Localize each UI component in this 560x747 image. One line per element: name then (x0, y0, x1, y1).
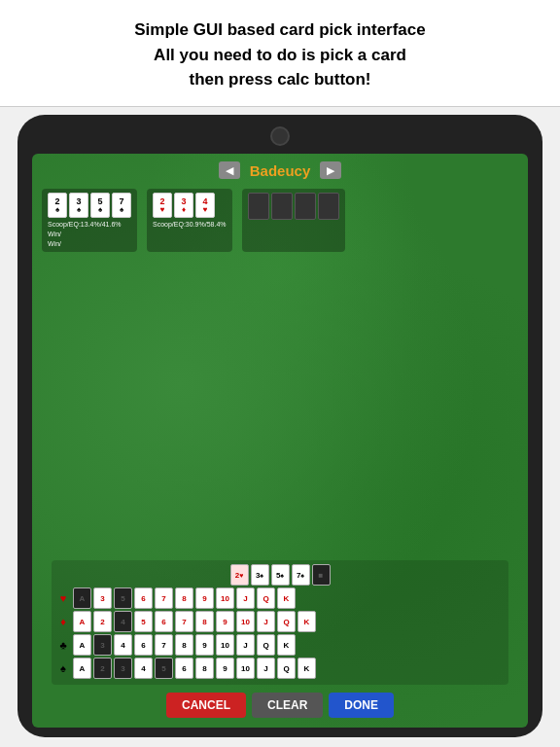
diamonds-5[interactable]: 5 (134, 611, 153, 632)
spades-2[interactable]: 2 (93, 658, 112, 679)
game-header: ◀ Badeucy ▶ (32, 161, 528, 179)
picker-row-clubs: ♣ A 3 4 6 7 8 9 10 J Q K (55, 634, 505, 656)
hearts-J[interactable]: J (236, 587, 255, 609)
player2-cards: 2♥ 3♦ 4♥ (153, 193, 227, 218)
hearts-8[interactable]: 8 (175, 587, 193, 609)
spades-3[interactable]: 3 (114, 658, 132, 679)
diamonds-7[interactable]: 7 (175, 611, 193, 632)
hearts-Q[interactable]: Q (257, 587, 275, 609)
hearts-suit-label: ♥ (55, 587, 71, 609)
picker-row-diamonds: ♦ A 2 4 5 6 7 8 9 10 J Q K (55, 611, 505, 632)
app-header: Simple GUI based card pick interface All… (0, 0, 560, 107)
clubs-7[interactable]: 7 (155, 634, 173, 656)
header-line2: All you need to do is pick a card (154, 46, 406, 64)
p2-card-3[interactable]: 4♥ (195, 193, 215, 218)
header-line1: Simple GUI based card pick interface (134, 20, 426, 39)
diamonds-4[interactable]: 4 (114, 611, 132, 632)
p2-card-1[interactable]: 2♥ (153, 193, 172, 218)
hearts-9[interactable]: 9 (195, 587, 214, 609)
top-card-1[interactable]: 2♥ (230, 564, 249, 586)
diamonds-10[interactable]: 10 (236, 611, 255, 632)
game-screen: ◀ Badeucy ▶ 2♠ 3♠ 5♠ 7♠ Scoop/EQ:13.4%/4… (32, 154, 528, 728)
clubs-9[interactable]: 9 (195, 634, 214, 656)
p1-card-2[interactable]: 3♠ (69, 193, 88, 218)
p3-card-back-1 (248, 193, 269, 220)
player1-cards: 2♠ 3♠ 5♠ 7♠ (48, 193, 131, 218)
clubs-J[interactable]: J (236, 634, 255, 656)
picker-row-hearts: ♥ A 3 5 6 7 8 9 10 J Q K (55, 587, 505, 609)
clubs-3[interactable]: 3 (93, 634, 112, 656)
diamonds-Q[interactable]: Q (277, 611, 296, 632)
top-card-5[interactable]: ■ (312, 564, 331, 586)
tablet-camera (270, 126, 290, 146)
diamonds-K[interactable]: K (298, 611, 316, 632)
game-title: Badeucy (250, 162, 311, 179)
clubs-K[interactable]: K (277, 634, 296, 656)
clubs-6[interactable]: 6 (134, 634, 153, 656)
header-text: Simple GUI based card pick interface All… (19, 18, 541, 92)
tablet-device: ◀ Badeucy ▶ 2♠ 3♠ 5♠ 7♠ Scoop/EQ:13.4%/4… (18, 115, 542, 737)
players-area: 2♠ 3♠ 5♠ 7♠ Scoop/EQ:13.4%/41.6%Win/Win/… (42, 189, 518, 252)
diamonds-6[interactable]: 6 (155, 611, 173, 632)
spades-Q[interactable]: Q (277, 658, 296, 679)
diamonds-2[interactable]: 2 (93, 611, 112, 632)
clubs-8[interactable]: 8 (175, 634, 193, 656)
p1-card-4[interactable]: 7♠ (112, 193, 131, 218)
cancel-button[interactable]: CANCEL (166, 693, 246, 718)
p3-card-back-2 (271, 193, 293, 220)
nav-next-button[interactable]: ▶ (320, 161, 341, 179)
player2-stats: Scoop/EQ:30.9%/58.4% (153, 220, 227, 230)
spades-5[interactable]: 5 (155, 658, 173, 679)
action-buttons: CANCEL CLEAR DONE (32, 693, 528, 718)
spades-8[interactable]: 8 (195, 658, 214, 679)
p1-card-3[interactable]: 5♠ (90, 193, 110, 218)
spades-suit-label: ♠ (55, 658, 71, 679)
player3-cards (248, 193, 339, 220)
top-card-4[interactable]: 7♠ (292, 564, 310, 586)
hearts-A[interactable]: A (73, 587, 91, 609)
spades-A[interactable]: A (73, 658, 91, 679)
p3-card-back-3 (295, 193, 316, 220)
diamonds-9[interactable]: 9 (216, 611, 234, 632)
p1-card-1[interactable]: 2♠ (48, 193, 67, 218)
clubs-suit-label: ♣ (55, 634, 71, 656)
hearts-K[interactable]: K (277, 587, 296, 609)
diamonds-8[interactable]: 8 (195, 611, 214, 632)
clear-button[interactable]: CLEAR (252, 693, 323, 718)
header-line3: then press calc button! (189, 70, 370, 89)
nav-prev-button[interactable]: ◀ (219, 161, 240, 179)
hearts-10[interactable]: 10 (216, 587, 234, 609)
spades-6[interactable]: 6 (175, 658, 193, 679)
spades-K[interactable]: K (298, 658, 316, 679)
hearts-3[interactable]: 3 (93, 587, 112, 609)
clubs-4[interactable]: 4 (114, 634, 132, 656)
spades-J[interactable]: J (257, 658, 275, 679)
picker-row-spades: ♠ A 2 3 4 5 6 8 9 10 J Q K (55, 658, 505, 679)
diamonds-J[interactable]: J (257, 611, 275, 632)
spades-10[interactable]: 10 (236, 658, 255, 679)
player1-stats: Scoop/EQ:13.4%/41.6%Win/Win/ (48, 220, 131, 248)
done-button[interactable]: DONE (329, 693, 394, 718)
hearts-7[interactable]: 7 (155, 587, 173, 609)
top-card-3[interactable]: 5♠ (271, 564, 290, 586)
spades-9[interactable]: 9 (216, 658, 234, 679)
diamonds-suit-label: ♦ (55, 611, 71, 632)
picker-top-row: 2♥ 3♠ 5♠ 7♠ ■ (55, 564, 505, 586)
player1-hand: 2♠ 3♠ 5♠ 7♠ Scoop/EQ:13.4%/41.6%Win/Win/ (42, 189, 137, 252)
p2-card-2[interactable]: 3♦ (174, 193, 193, 218)
hearts-5[interactable]: 5 (114, 587, 132, 609)
clubs-A[interactable]: A (73, 634, 91, 656)
clubs-10[interactable]: 10 (216, 634, 234, 656)
card-picker: 2♥ 3♠ 5♠ 7♠ ■ ♥ A 3 5 6 7 8 9 10 J Q K (52, 560, 508, 685)
clubs-Q[interactable]: Q (257, 634, 275, 656)
hearts-6[interactable]: 6 (134, 587, 153, 609)
p3-card-back-4 (318, 193, 339, 220)
player3-hand (242, 189, 345, 252)
top-card-2[interactable]: 3♠ (251, 564, 269, 586)
diamonds-A[interactable]: A (73, 611, 91, 632)
player2-hand: 2♥ 3♦ 4♥ Scoop/EQ:30.9%/58.4% (147, 189, 232, 252)
spades-4[interactable]: 4 (134, 658, 153, 679)
